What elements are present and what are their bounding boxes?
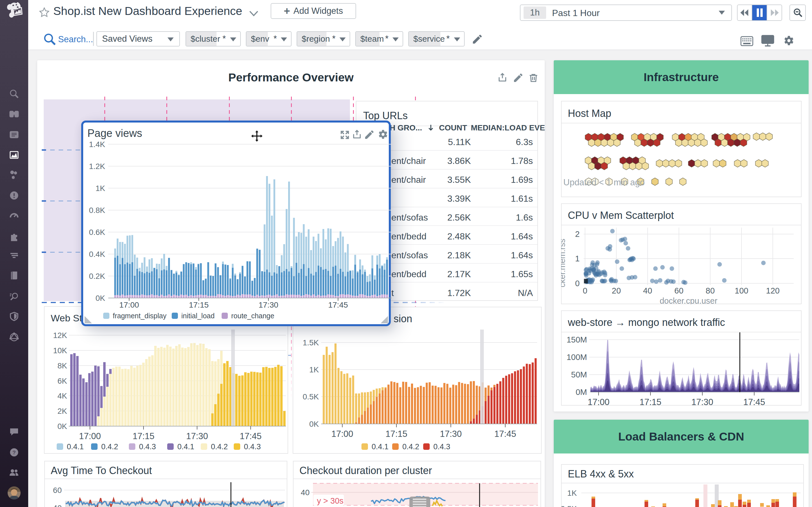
svg-text:0.4K: 0.4K (89, 250, 105, 259)
svg-text:cker.mem.rss: cker.mem.rss (561, 239, 567, 287)
svg-text:20: 20 (612, 286, 621, 295)
svg-text:0: 0 (583, 286, 587, 295)
svg-text:17:15: 17:15 (640, 397, 661, 407)
svg-text:17:45: 17:45 (328, 300, 348, 309)
svg-text:4K: 4K (57, 392, 67, 400)
svg-text:17:30: 17:30 (186, 431, 208, 441)
svg-text:12K: 12K (53, 331, 67, 340)
svg-text:0.5K: 0.5K (561, 504, 577, 507)
svg-text:2: 2 (575, 230, 580, 238)
svg-text:10K: 10K (53, 346, 67, 355)
svg-text:150M: 150M (566, 335, 587, 344)
svg-text:80: 80 (706, 286, 715, 295)
svg-text:6K: 6K (57, 377, 67, 385)
svg-text:1K: 1K (96, 184, 105, 193)
svg-text:0.2K: 0.2K (89, 272, 105, 281)
svg-text:120: 120 (766, 286, 779, 295)
svg-text:1K: 1K (567, 489, 577, 497)
svg-text:17:15: 17:15 (386, 429, 407, 439)
svg-text:40: 40 (53, 504, 62, 507)
svg-text:17:15: 17:15 (133, 431, 154, 441)
svg-text:60: 60 (674, 286, 683, 295)
svg-text:?: ? (12, 450, 16, 455)
svg-text:1.2K: 1.2K (89, 162, 105, 171)
svg-text:17:45: 17:45 (743, 397, 765, 407)
svg-text:0.5K: 0.5K (303, 392, 319, 401)
svg-text:docker.cpu.user: docker.cpu.user (660, 296, 718, 304)
svg-text:17:30: 17:30 (259, 300, 278, 309)
svg-text:8K: 8K (57, 361, 67, 370)
svg-text:1.5K: 1.5K (303, 338, 319, 347)
svg-text:40: 40 (301, 488, 310, 497)
svg-text:17:00: 17:00 (119, 300, 139, 309)
svg-text:0K: 0K (96, 294, 105, 302)
svg-text:0.6K: 0.6K (89, 228, 105, 237)
svg-text:0M: 0M (576, 388, 587, 397)
svg-text:17:15: 17:15 (189, 300, 209, 309)
svg-text:1: 1 (575, 254, 580, 263)
svg-text:60: 60 (53, 486, 62, 495)
svg-text:50M: 50M (571, 370, 587, 379)
svg-text:0K: 0K (309, 420, 319, 429)
svg-text:17:30: 17:30 (440, 429, 462, 439)
svg-text:17:45: 17:45 (494, 429, 516, 439)
svg-text:17:30: 17:30 (691, 397, 713, 407)
svg-text:17:00: 17:00 (588, 397, 610, 407)
svg-text:40: 40 (643, 286, 652, 295)
svg-text:17:00: 17:00 (79, 431, 101, 441)
svg-text:2K: 2K (57, 407, 67, 415)
svg-text:17:00: 17:00 (331, 429, 353, 439)
svg-text:0.8K: 0.8K (89, 206, 105, 215)
svg-text:1K: 1K (309, 365, 319, 374)
svg-text:0K: 0K (57, 422, 67, 431)
svg-text:1.4K: 1.4K (89, 140, 105, 149)
svg-text:100: 100 (735, 286, 748, 295)
svg-text:0: 0 (575, 279, 580, 288)
svg-text:y > 30s: y > 30s (317, 496, 343, 505)
svg-text:17:45: 17:45 (240, 431, 262, 441)
svg-text:100M: 100M (566, 353, 587, 362)
